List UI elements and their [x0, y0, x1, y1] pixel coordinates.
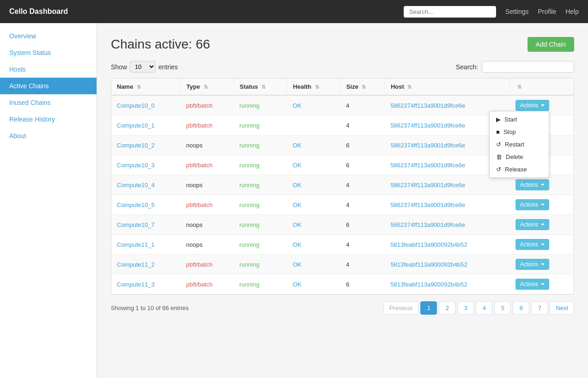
type-cell-wrap: pbft/batch	[181, 95, 234, 116]
actions-button[interactable]: Actions	[515, 239, 549, 250]
host-link[interactable]: 5862374ff113a9001d9fce6e	[390, 182, 465, 189]
chain-name-link[interactable]: Compute11_3	[117, 281, 155, 288]
col-host[interactable]: Host ⇅	[385, 79, 509, 95]
name-cell: Compute10_4	[111, 175, 181, 195]
actions-label: Actions	[520, 281, 538, 287]
page-btn-1[interactable]: 1	[420, 301, 437, 315]
table-row: Compute11_3 pbft/batch running OK 6 5813…	[111, 274, 574, 294]
chain-name-link[interactable]: Compute11_1	[117, 241, 155, 248]
chain-name-link[interactable]: Compute10_1	[117, 122, 155, 129]
health-cell: OK	[287, 175, 341, 195]
col-status[interactable]: Status ⇅	[234, 79, 287, 95]
host-link[interactable]: 5862374ff113a9001d9fce6e	[390, 221, 465, 228]
type-cell-wrap: pbft/batch	[181, 195, 234, 215]
entries-select[interactable]: 10 25 50 100	[130, 61, 156, 73]
chain-name-link[interactable]: Compute10_5	[117, 201, 155, 208]
next-button[interactable]: Next	[550, 301, 574, 315]
sort-health-icon: ⇅	[315, 84, 319, 90]
health-value: OK	[293, 102, 302, 109]
sidebar-item-inused-chains[interactable]: Inused Chains	[0, 94, 97, 111]
host-link[interactable]: 5813feabf113a900092b4b52	[390, 281, 467, 288]
size-cell: 4	[340, 175, 385, 195]
page-btn-6[interactable]: 6	[513, 301, 529, 315]
chain-name-link[interactable]: Compute10_7	[117, 221, 155, 228]
col-actions: ⇅	[510, 79, 574, 95]
actions-button[interactable]: Actions	[515, 199, 549, 210]
table-search-input[interactable]	[482, 61, 574, 73]
chain-name-link[interactable]: Compute11_2	[117, 261, 155, 268]
sidebar-item-release-history[interactable]: Release History	[0, 111, 97, 128]
host-link[interactable]: 5813feabf113a900092b4b52	[390, 261, 467, 268]
release-action[interactable]: ↺Release	[490, 163, 549, 176]
health-cell: OK	[287, 95, 341, 116]
type-value: pbft/batch	[186, 122, 212, 129]
table-search-control: Search:	[456, 61, 574, 73]
entries-label: entries	[158, 63, 178, 71]
caret-icon	[541, 104, 545, 106]
actions-button[interactable]: Actions	[515, 100, 549, 111]
settings-nav-link[interactable]: Settings	[505, 8, 529, 15]
page-btn-7[interactable]: 7	[531, 301, 548, 315]
size-cell: 4	[340, 95, 385, 116]
delete-action[interactable]: 🗑Delete	[490, 151, 549, 163]
actions-button[interactable]: Actions	[515, 219, 549, 230]
name-cell: Compute10_3	[111, 155, 181, 175]
host-link[interactable]: 5862374ff113a9001d9fce6e	[390, 142, 465, 149]
actions-dropdown-wrapper: Actions	[515, 279, 549, 290]
table-row: Compute11_1 noops running OK 4 5813feabf…	[111, 235, 574, 255]
sidebar-item-active-chains[interactable]: Active Chains	[0, 78, 97, 94]
col-size[interactable]: Size ⇅	[340, 79, 385, 95]
actions-cell: Actions	[510, 235, 574, 255]
chain-name-link[interactable]: Compute10_2	[117, 142, 155, 149]
actions-button[interactable]: Actions	[515, 279, 549, 290]
actions-dropdown-wrapper: Actions	[515, 239, 549, 250]
actions-dropdown-menu: ▶Start ■Stop ↺Restart 🗑Delete ↺Release	[489, 111, 549, 178]
host-link[interactable]: 5862374ff113a9001d9fce6e	[390, 162, 465, 169]
start-action[interactable]: ▶Start	[490, 113, 549, 126]
col-type[interactable]: Type ⇅	[181, 79, 234, 95]
sidebar-item-system-status[interactable]: System Status	[0, 44, 97, 61]
status-cell: running	[234, 135, 287, 155]
page-btn-4[interactable]: 4	[476, 301, 492, 315]
header-nav: Settings Profile Help	[505, 8, 579, 15]
profile-nav-link[interactable]: Profile	[538, 8, 557, 15]
page-btn-2[interactable]: 2	[439, 301, 455, 315]
health-cell: OK	[287, 215, 341, 235]
page-header: Chains active: 66 Add Chain	[111, 37, 574, 52]
chain-name-link[interactable]: Compute10_4	[117, 182, 155, 189]
col-name[interactable]: Name ⇅	[111, 79, 181, 95]
col-health[interactable]: Health ⇅	[287, 79, 341, 95]
chain-name-link[interactable]: Compute10_3	[117, 162, 155, 169]
sidebar-item-about[interactable]: About	[0, 128, 97, 144]
host-link[interactable]: 5813feabf113a900092b4b52	[390, 241, 467, 248]
health-cell: OK	[287, 274, 341, 294]
sidebar-item-hosts[interactable]: Hosts	[0, 61, 97, 78]
table-row: Compute11_2 pbft/batch running OK 4 5813…	[111, 255, 574, 274]
status-cell: running	[234, 255, 287, 274]
host-link[interactable]: 5862374ff113a9001d9fce6e	[390, 122, 465, 129]
status-value: running	[239, 241, 259, 248]
page-btn-5[interactable]: 5	[494, 301, 511, 315]
add-chain-button[interactable]: Add Chain	[527, 37, 574, 52]
chain-name-link[interactable]: Compute10_0	[117, 102, 155, 109]
restart-action[interactable]: ↺Restart	[490, 138, 549, 151]
actions-button[interactable]: Actions	[515, 259, 549, 270]
release-icon: ↺	[496, 166, 501, 173]
type-cell-wrap: noops	[181, 135, 234, 155]
previous-button[interactable]: Previous	[383, 301, 419, 315]
page-title: Chains active: 66	[111, 37, 210, 52]
stop-action[interactable]: ■Stop	[490, 126, 549, 138]
actions-button[interactable]: Actions	[515, 179, 549, 190]
page-btn-3[interactable]: 3	[457, 301, 474, 315]
restart-icon: ↺	[496, 141, 501, 148]
type-cell-wrap: pbft/batch	[181, 116, 234, 135]
host-link[interactable]: 5862374ff113a9001d9fce6e	[390, 102, 465, 109]
start-icon: ▶	[496, 116, 501, 123]
host-link[interactable]: 5862374ff113a9001d9fce6e	[390, 201, 465, 208]
search-input[interactable]	[404, 6, 496, 18]
help-nav-link[interactable]: Help	[565, 8, 579, 15]
health-cell	[287, 116, 341, 135]
status-value: running	[239, 281, 259, 288]
size-cell: 6	[340, 215, 385, 235]
sidebar-item-overview[interactable]: Overview	[0, 28, 97, 44]
